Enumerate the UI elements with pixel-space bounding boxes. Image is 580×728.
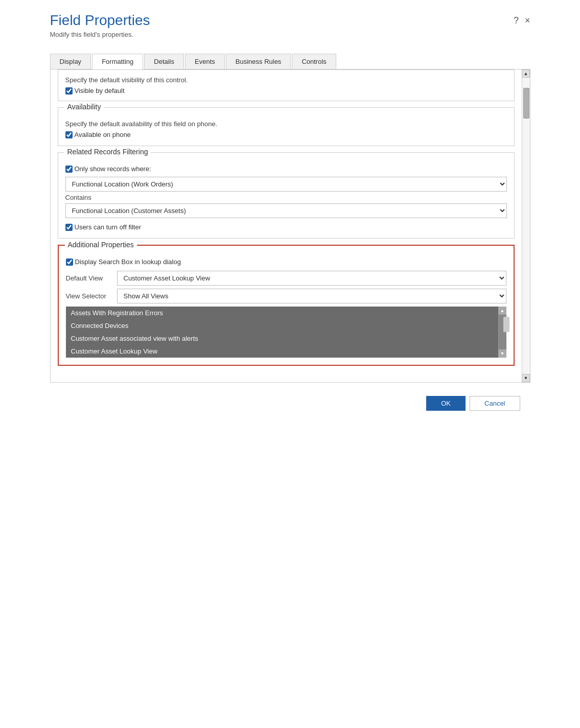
users-turn-off-filter-row[interactable]: Users can turn off filter xyxy=(65,223,507,231)
additional-properties-section: Additional Properties Display Search Box… xyxy=(58,245,515,366)
scroll-down-arrow[interactable]: ▼ xyxy=(522,374,530,382)
tab-details[interactable]: Details xyxy=(144,54,184,69)
dropdown-scroll-up[interactable]: ▲ xyxy=(498,307,506,315)
view-dropdown-list: Assets With Registration Errors Connecte… xyxy=(66,307,506,358)
available-on-phone-row[interactable]: Available on phone xyxy=(65,131,507,138)
tab-business-rules[interactable]: Business Rules xyxy=(226,54,291,69)
list-item[interactable]: Connected Devices xyxy=(66,319,498,332)
tab-controls[interactable]: Controls xyxy=(292,54,336,69)
visible-by-default-label: Visible by default xyxy=(75,87,125,95)
dialog-footer: OK Cancel xyxy=(50,388,530,419)
visibility-desc: Specify the default visibility of this c… xyxy=(65,76,507,84)
availability-section: Availability Specify the default availab… xyxy=(58,107,515,146)
only-show-records-checkbox[interactable] xyxy=(65,166,73,173)
users-turn-off-filter-label: Users can turn off filter xyxy=(75,223,142,231)
cancel-button[interactable]: Cancel xyxy=(470,396,520,411)
visible-by-default-row[interactable]: Visible by default xyxy=(65,87,507,95)
default-view-label: Default View xyxy=(66,274,112,282)
default-view-dropdown[interactable]: Customer Asset Lookup View xyxy=(117,271,506,286)
available-on-phone-checkbox[interactable] xyxy=(65,131,73,138)
only-show-records-label: Only show records where: xyxy=(75,165,151,173)
help-icon[interactable]: ? xyxy=(514,15,519,26)
ok-button[interactable]: OK xyxy=(426,396,466,411)
tab-display[interactable]: Display xyxy=(50,54,91,69)
availability-desc: Specify the default availability of this… xyxy=(65,120,507,128)
display-search-box-label: Display Search Box in lookup dialog xyxy=(75,258,181,266)
customer-assets-dropdown[interactable]: Functional Location (Customer Assets) xyxy=(65,203,507,218)
users-turn-off-filter-checkbox[interactable] xyxy=(65,224,73,231)
list-item[interactable]: Customer Asset associated view with aler… xyxy=(66,332,498,345)
only-show-records-row[interactable]: Only show records where: xyxy=(65,165,507,173)
availability-legend: Availability xyxy=(64,103,104,111)
main-scrollbar[interactable]: ▲ ▼ xyxy=(522,69,530,382)
view-selector-label: View Selector xyxy=(66,292,112,300)
visibility-section: Specify the default visibility of this c… xyxy=(58,69,515,101)
related-records-section: Related Records Filtering Only show reco… xyxy=(58,152,515,239)
tab-formatting[interactable]: Formatting xyxy=(92,54,143,69)
visible-by-default-checkbox[interactable] xyxy=(65,87,73,95)
available-on-phone-label: Available on phone xyxy=(75,131,131,138)
tabs-bar: Display Formatting Details Events Busine… xyxy=(50,54,530,69)
dropdown-scroll-down[interactable]: ▼ xyxy=(498,349,506,358)
dialog-subtitle: Modify this field's properties. xyxy=(50,31,150,38)
scroll-up-arrow[interactable]: ▲ xyxy=(522,69,530,78)
work-orders-dropdown[interactable]: Functional Location (Work Orders) xyxy=(65,177,507,192)
view-selector-dropdown[interactable]: Show All Views xyxy=(117,289,506,303)
list-item[interactable]: Customer Asset Lookup View xyxy=(66,345,498,358)
dialog-title: Field Properties xyxy=(50,12,150,29)
display-search-box-checkbox[interactable] xyxy=(66,259,73,266)
contains-label: Contains xyxy=(65,194,507,201)
tab-events[interactable]: Events xyxy=(185,54,225,69)
additional-properties-legend: Additional Properties xyxy=(65,241,137,249)
related-records-legend: Related Records Filtering xyxy=(64,148,151,156)
close-icon[interactable]: × xyxy=(525,15,530,26)
list-item[interactable]: Assets With Registration Errors xyxy=(66,307,498,319)
display-search-box-row[interactable]: Display Search Box in lookup dialog xyxy=(66,258,506,266)
